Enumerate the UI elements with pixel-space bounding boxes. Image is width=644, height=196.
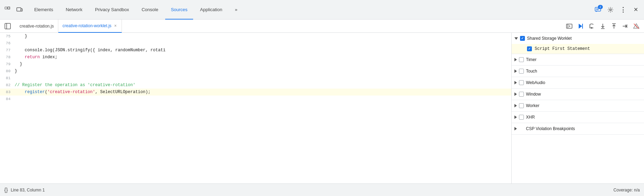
bp-section-worker-header[interactable]: Worker xyxy=(512,100,644,111)
settings-button[interactable] xyxy=(605,4,616,15)
bp-section-webaudio-header[interactable]: WebAudio xyxy=(512,77,644,88)
bp-section-csp: CSP Violation Breakpoints xyxy=(512,123,644,135)
bp-item-script-first-statement[interactable]: Script First Statement xyxy=(512,44,644,54)
tab-network[interactable]: Network xyxy=(60,0,88,20)
right-panel: Shared Storage Worklet Script First Stat… xyxy=(511,33,644,183)
main-content: 75 } 76 77 console.log(JSON.stringify({ … xyxy=(0,33,644,183)
step-into-btn[interactable] xyxy=(598,21,608,31)
tab-privacy-sandbox[interactable]: Privacy Sandbox xyxy=(89,0,135,20)
resume-btn[interactable] xyxy=(576,21,585,31)
touch-checkbox[interactable] xyxy=(519,69,524,74)
tab-bar: Elements Network Privacy Sandbox Console… xyxy=(0,0,644,20)
svg-rect-8 xyxy=(5,23,10,29)
hide-sidebar-btn[interactable] xyxy=(564,21,574,31)
code-line-77: 77 console.log(JSON.stringify({ index, r… xyxy=(0,47,511,54)
code-line-79: 79 } xyxy=(0,61,511,68)
file-tab-bar: creative-rotation.js creative-rotation-w… xyxy=(0,20,644,33)
xhr-checkbox[interactable] xyxy=(519,115,524,120)
bp-section-worker: Worker xyxy=(512,100,644,112)
file-tab-worklet[interactable]: creative-rotation-worklet.js × xyxy=(58,20,122,33)
bp-section-csp-header[interactable]: CSP Violation Breakpoints xyxy=(512,123,644,134)
status-bar: {} Line 83, Column 1 Coverage: n/a xyxy=(0,183,644,196)
svg-point-14 xyxy=(591,27,592,29)
bp-section-shared-storage: Shared Storage Worklet Script First Stat… xyxy=(512,33,644,54)
bp-section-shared-storage-header[interactable]: Shared Storage Worklet xyxy=(512,33,644,44)
code-line-83: 83 register('creative-rotation', SelectU… xyxy=(0,89,511,96)
code-line-81: 81 xyxy=(0,75,511,82)
expand-arrow-xhr xyxy=(514,115,517,119)
svg-point-23 xyxy=(636,27,637,28)
expand-arrow-csp xyxy=(514,127,517,130)
expand-arrow-window xyxy=(514,92,517,96)
devtools-responsive-icon[interactable] xyxy=(15,5,24,15)
code-line-84: 84 xyxy=(0,96,511,103)
bp-section-window: Window xyxy=(512,89,644,100)
devtools-icons xyxy=(3,5,24,15)
code-line-80: 80 } xyxy=(0,68,511,75)
svg-marker-12 xyxy=(579,24,582,29)
code-editor[interactable]: 75 } 76 77 console.log(JSON.stringify({ … xyxy=(0,33,511,183)
devtools-cursor-icon[interactable] xyxy=(3,5,13,15)
svg-rect-0 xyxy=(5,7,7,9)
format-icon[interactable]: {} xyxy=(4,187,8,193)
coverage-status: Coverage: n/a xyxy=(614,188,640,193)
expand-arrow-touch xyxy=(514,69,517,73)
more-options-button[interactable]: ⋮ xyxy=(617,4,629,15)
window-checkbox[interactable] xyxy=(519,92,524,97)
file-tab-toolbar xyxy=(564,21,641,31)
svg-rect-1 xyxy=(8,7,10,9)
timer-checkbox[interactable] xyxy=(519,57,524,62)
tab-console[interactable]: Console xyxy=(136,0,164,20)
code-line-76: 76 xyxy=(0,40,511,47)
file-tab-creative-rotation[interactable]: creative-rotation.js xyxy=(15,20,58,33)
sidebar-toggle[interactable] xyxy=(3,21,13,31)
pause-exceptions-btn[interactable] xyxy=(631,21,641,31)
tab-elements[interactable]: Elements xyxy=(29,0,59,20)
step-btn[interactable] xyxy=(620,21,630,31)
code-line-75: 75 } xyxy=(0,33,511,40)
code-lines: 75 } 76 77 console.log(JSON.stringify({ … xyxy=(0,33,511,103)
tab-application[interactable]: Application xyxy=(195,0,228,20)
file-tab-close[interactable]: × xyxy=(114,23,117,29)
bp-section-xhr-header[interactable]: XHR xyxy=(512,112,644,123)
svg-rect-2 xyxy=(17,8,21,11)
svg-rect-10 xyxy=(566,24,572,28)
line-position: Line 83, Column 1 xyxy=(11,188,45,193)
step-out-btn[interactable] xyxy=(609,21,619,31)
code-line-82: 82 // Register the operation as 'creativ… xyxy=(0,82,511,89)
svg-rect-3 xyxy=(21,9,22,11)
tab-sources[interactable]: Sources xyxy=(165,0,193,20)
code-line-78: 78 return index; xyxy=(0,54,511,61)
bp-section-window-header[interactable]: Window xyxy=(512,89,644,100)
step-over-btn[interactable] xyxy=(587,21,597,31)
chat-badge: 2 xyxy=(598,5,603,9)
expand-arrow-worker xyxy=(514,104,517,107)
tab-more[interactable]: » xyxy=(229,0,243,20)
bp-section-touch-header[interactable]: Touch xyxy=(512,66,644,77)
bp-section-webaudio: WebAudio xyxy=(512,77,644,89)
expand-arrow-shared-storage xyxy=(514,37,518,40)
bp-section-timer: Timer xyxy=(512,54,644,66)
webaudio-checkbox[interactable] xyxy=(519,80,524,85)
bp-section-timer-header[interactable]: Timer xyxy=(512,54,644,65)
close-devtools-button[interactable]: ✕ xyxy=(630,4,641,15)
expand-arrow-webaudio xyxy=(514,81,517,84)
svg-point-7 xyxy=(610,9,612,10)
worker-checkbox[interactable] xyxy=(519,103,524,108)
expand-arrow-timer xyxy=(514,58,517,61)
chat-button[interactable]: 2 xyxy=(592,4,603,15)
bp-section-xhr: XHR xyxy=(512,112,644,123)
script-first-statement-checkbox[interactable] xyxy=(527,46,532,51)
shared-storage-checkbox[interactable] xyxy=(520,36,525,41)
tab-bar-right: 2 ⋮ ✕ xyxy=(592,4,641,15)
bp-section-touch: Touch xyxy=(512,66,644,77)
